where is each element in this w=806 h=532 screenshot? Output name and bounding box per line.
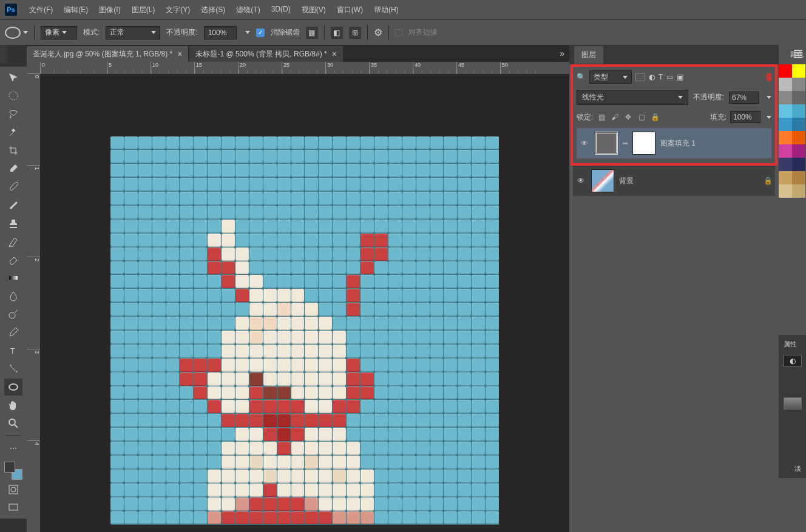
- tool-gradient[interactable]: [4, 269, 22, 286]
- tool-stamp[interactable]: [4, 215, 22, 232]
- swatch[interactable]: [779, 104, 792, 118]
- lock-artboard-icon[interactable]: ▢: [637, 112, 646, 122]
- swatch[interactable]: [792, 184, 805, 198]
- opacity-input[interactable]: 100%: [204, 26, 237, 39]
- menu-滤镜(T)[interactable]: 滤镜(T): [231, 2, 265, 18]
- tool-ellipse-marquee[interactable]: [4, 87, 22, 104]
- menu-图层(L)[interactable]: 图层(L): [127, 2, 160, 18]
- opacity-drop-icon[interactable]: [767, 96, 771, 99]
- menu-编辑(E)[interactable]: 编辑(E): [59, 2, 93, 18]
- gear-icon[interactable]: ⚙: [374, 27, 382, 38]
- tool-move[interactable]: [4, 69, 22, 86]
- blend-mode-select[interactable]: 正常: [106, 26, 160, 39]
- layer-thumbnail[interactable]: [595, 132, 618, 155]
- layer-name[interactable]: 背景: [619, 176, 759, 186]
- swatch[interactable]: [792, 118, 805, 131]
- filter-pixel-icon[interactable]: [635, 73, 645, 81]
- fill-drop-icon[interactable]: [767, 116, 771, 119]
- swatch[interactable]: [792, 158, 805, 171]
- tool-hand[interactable]: [4, 397, 22, 414]
- panel-opacity-input[interactable]: 67%: [729, 92, 759, 104]
- color-swatch[interactable]: [4, 462, 22, 480]
- fill-input[interactable]: 100%: [730, 111, 760, 123]
- tool-crop[interactable]: [4, 142, 22, 159]
- tool-magic-wand[interactable]: [4, 124, 22, 141]
- opt-icon-1[interactable]: ▦: [306, 27, 318, 39]
- shape-mode-select[interactable]: 像素: [41, 26, 77, 39]
- layer-row-background[interactable]: 👁 背景 🔒: [573, 166, 775, 196]
- filter-shape-icon[interactable]: ▭: [666, 73, 673, 81]
- swatch[interactable]: [792, 171, 805, 184]
- swatch[interactable]: [792, 91, 805, 104]
- menu-3D(D)[interactable]: 3D(D): [266, 2, 296, 18]
- filter-smart-icon[interactable]: ▣: [677, 73, 683, 81]
- swatch[interactable]: [792, 64, 805, 78]
- lock-position-icon[interactable]: ✥: [623, 112, 633, 122]
- menu-图像(I)[interactable]: 图像(I): [94, 2, 125, 18]
- tool-brush[interactable]: [4, 197, 22, 214]
- document-tab[interactable]: 未标题-1 @ 500% (背景 拷贝, RGB/8#) *×: [189, 46, 342, 62]
- filter-type-icon[interactable]: T: [659, 73, 663, 81]
- canvas[interactable]: [110, 136, 499, 525]
- menu-文件(F)[interactable]: 文件(F): [24, 2, 58, 18]
- color-tab[interactable]: 颜色: [790, 50, 804, 59]
- blend-mode-select-panel[interactable]: 线性光: [577, 90, 688, 105]
- screenmode-icon[interactable]: [4, 499, 22, 516]
- filter-adjust-icon[interactable]: ◐: [649, 73, 655, 81]
- tool-eraser[interactable]: [4, 251, 22, 268]
- quickmask-icon[interactable]: [4, 481, 22, 498]
- adjustment-icon[interactable]: [784, 397, 802, 409]
- layer-mask-thumbnail[interactable]: [632, 132, 655, 155]
- tool-lasso[interactable]: [4, 106, 22, 123]
- visibility-icon[interactable]: 👁: [575, 175, 586, 186]
- tool-history[interactable]: [4, 233, 22, 250]
- menu-帮助(H)[interactable]: 帮助(H): [369, 2, 404, 18]
- edit-toolbar[interactable]: ⋯: [4, 440, 22, 457]
- layers-tab[interactable]: 图层: [574, 46, 603, 64]
- menu-窗口(W)[interactable]: 窗口(W): [332, 2, 368, 18]
- tabs-expand-icon[interactable]: »: [560, 49, 564, 58]
- swatch[interactable]: [792, 144, 805, 158]
- layer-row-pattern-fill[interactable]: 👁 ⚯ 图案填充 1: [577, 128, 771, 158]
- tool-zoom[interactable]: [4, 415, 22, 432]
- swatch[interactable]: [779, 78, 792, 91]
- current-tool-icon[interactable]: [5, 27, 21, 39]
- tool-path[interactable]: [4, 360, 22, 377]
- swatch[interactable]: [779, 184, 792, 198]
- tool-dodge[interactable]: [4, 306, 22, 323]
- opacity-dropdown-icon[interactable]: [245, 31, 250, 34]
- layer-name[interactable]: 图案填充 1: [660, 138, 769, 149]
- properties-icon[interactable]: ◐: [784, 355, 802, 367]
- collapsed-panel[interactable]: [0, 45, 7, 63]
- tool-dropdown-icon[interactable]: [23, 31, 28, 34]
- tool-shape[interactable]: [4, 379, 22, 396]
- close-icon[interactable]: ×: [332, 49, 337, 59]
- tool-healing[interactable]: [4, 178, 22, 195]
- swatch[interactable]: [779, 118, 792, 131]
- antialias-checkbox[interactable]: ✓: [256, 29, 265, 37]
- lock-paint-icon[interactable]: 🖌: [610, 112, 620, 122]
- canvas-area[interactable]: [40, 74, 569, 532]
- tool-eyedropper[interactable]: [4, 160, 22, 177]
- link-icon[interactable]: ⚯: [623, 140, 628, 147]
- lock-all-icon[interactable]: 🔒: [650, 112, 660, 122]
- close-icon[interactable]: ×: [177, 49, 182, 59]
- swatch[interactable]: [779, 131, 792, 144]
- align-edges-checkbox[interactable]: [395, 29, 402, 36]
- filter-toggle[interactable]: [767, 73, 771, 81]
- swatch[interactable]: [779, 171, 792, 184]
- tool-pen[interactable]: [4, 324, 22, 341]
- menu-视图(V)[interactable]: 视图(V): [297, 2, 331, 18]
- properties-title[interactable]: 属性: [781, 337, 804, 351]
- visibility-icon[interactable]: 👁: [579, 138, 590, 149]
- search-icon[interactable]: 🔍: [577, 73, 586, 81]
- swatch[interactable]: [779, 91, 792, 104]
- opt-icon-2[interactable]: ◧: [331, 27, 343, 39]
- layer-thumbnail[interactable]: [591, 169, 614, 192]
- tool-type[interactable]: T: [4, 342, 22, 359]
- swatch[interactable]: [792, 131, 805, 144]
- document-tab[interactable]: 圣诞老人.jpg @ 50% (图案填充 1, RGB/8) *×: [27, 46, 188, 62]
- tool-blur[interactable]: [4, 288, 22, 305]
- swatch[interactable]: [779, 158, 792, 171]
- lock-transparency-icon[interactable]: ▨: [597, 112, 606, 122]
